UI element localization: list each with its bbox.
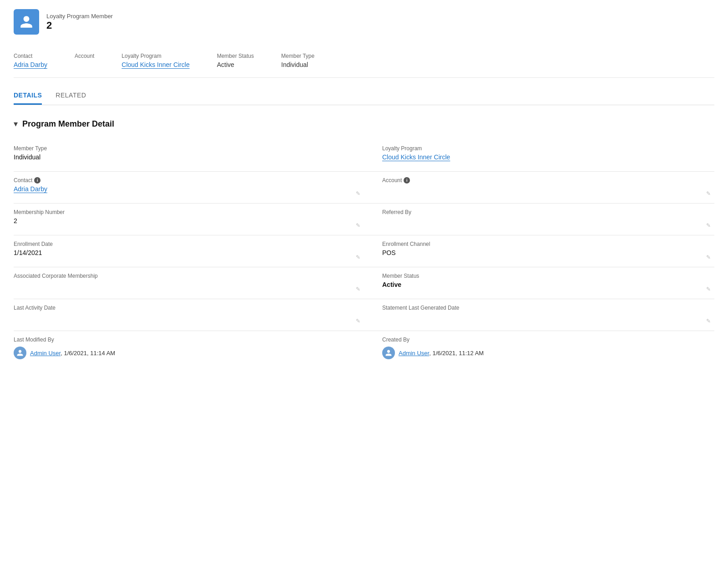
field-value[interactable]: Adria Darby [14, 185, 337, 193]
summary-value: Individual [281, 61, 314, 68]
fields-grid: Member TypeIndividualContactiAdria Darby… [14, 140, 714, 331]
section-chevron-icon[interactable]: ▾ [14, 119, 18, 129]
last-modified-avatar [14, 347, 26, 359]
field-value: Active [382, 281, 701, 288]
meta-row: Last Modified By Admin User, 1/6/2021, 1… [14, 331, 714, 365]
summary-label: Member Type [281, 53, 314, 59]
summary-value[interactable]: Adria Darby [14, 61, 47, 68]
field-label: Enrollment Date [14, 241, 337, 247]
field-item: Member TypeIndividual [14, 140, 364, 172]
last-modified-label: Last Modified By [14, 336, 350, 343]
summary-value[interactable]: Cloud Kicks Inner Circle [121, 61, 189, 68]
field-label: Enrollment Channel [382, 241, 701, 247]
summary-value: Active [217, 61, 254, 68]
info-icon[interactable]: i [34, 177, 40, 184]
summary-item: ContactAdria Darby [14, 53, 47, 68]
last-modified-content: Admin User, 1/6/2021, 11:14 AM [14, 347, 350, 359]
created-by-text: Admin User, 1/6/2021, 11:12 AM [399, 350, 484, 357]
tab-details[interactable]: DETAILS [14, 87, 42, 105]
edit-icon[interactable]: ✎ [356, 190, 360, 197]
record-title: 2 [46, 20, 113, 31]
field-label: Last Activity Date [14, 305, 337, 311]
field-label: Referred By [382, 209, 701, 215]
tabs: DETAILSRELATED [14, 87, 714, 105]
field-label: Contacti [14, 177, 337, 184]
field-item: Membership Number2✎ [14, 204, 364, 235]
field-value[interactable]: Cloud Kicks Inner Circle [382, 153, 701, 161]
field-item: ContactiAdria Darby✎ [14, 172, 364, 204]
last-modified-field: Last Modified By Admin User, 1/6/2021, 1… [14, 331, 364, 365]
field-value: 1/14/2021 [14, 249, 337, 256]
record-subtitle: Loyalty Program Member [46, 13, 113, 20]
edit-icon[interactable]: ✎ [706, 190, 711, 197]
field-label: Loyalty Program [382, 145, 701, 152]
edit-icon[interactable]: ✎ [356, 286, 360, 292]
field-item: Last Activity Date✎ [14, 299, 364, 331]
fields-right-col: Loyalty ProgramCloud Kicks Inner CircleA… [364, 140, 714, 331]
tab-related[interactable]: RELATED [56, 87, 86, 105]
edit-icon[interactable]: ✎ [706, 318, 711, 324]
field-item: Member StatusActive✎ [364, 267, 714, 299]
field-value: POS [382, 249, 701, 256]
summary-label: Member Status [217, 53, 254, 59]
field-label: Accounti [382, 177, 701, 184]
created-by-field: Created By Admin User, 1/6/2021, 11:12 A… [364, 331, 714, 365]
field-item: Enrollment Date1/14/2021✎ [14, 235, 364, 267]
summary-item: Member TypeIndividual [281, 53, 314, 68]
edit-icon[interactable]: ✎ [706, 286, 711, 292]
field-item: Associated Corporate Membership✎ [14, 267, 364, 299]
info-icon[interactable]: i [404, 177, 410, 184]
section-title: Program Member Detail [22, 119, 114, 129]
edit-icon[interactable]: ✎ [356, 222, 360, 229]
summary-label: Contact [14, 53, 47, 59]
summary-label: Loyalty Program [121, 53, 189, 59]
record-type-icon [14, 9, 39, 35]
field-value: Individual [14, 153, 337, 161]
section-header: ▾ Program Member Detail [14, 119, 714, 129]
summary-item: Loyalty ProgramCloud Kicks Inner Circle [121, 53, 189, 68]
last-modified-date: , 1/6/2021, 11:14 AM [61, 350, 115, 357]
record-header: Loyalty Program Member 2 [14, 9, 714, 35]
summary-bar: ContactAdria DarbyAccountLoyalty Program… [14, 48, 714, 78]
field-item: Loyalty ProgramCloud Kicks Inner Circle [364, 140, 714, 172]
field-value: 2 [14, 217, 337, 224]
created-by-content: Admin User, 1/6/2021, 11:12 AM [382, 347, 701, 359]
created-by-label: Created By [382, 336, 701, 343]
field-item: Enrollment ChannelPOS✎ [364, 235, 714, 267]
field-item: Accounti✎ [364, 172, 714, 204]
field-item: Statement Last Generated Date✎ [364, 299, 714, 331]
edit-icon[interactable]: ✎ [706, 222, 711, 229]
fields-left-col: Member TypeIndividualContactiAdria Darby… [14, 140, 364, 331]
field-label: Membership Number [14, 209, 337, 215]
created-by-user-link[interactable]: Admin User [399, 350, 429, 357]
created-by-date: , 1/6/2021, 11:12 AM [429, 350, 484, 357]
field-item: Referred By✎ [364, 204, 714, 235]
edit-icon[interactable]: ✎ [356, 318, 360, 324]
last-modified-text: Admin User, 1/6/2021, 11:14 AM [30, 350, 115, 357]
field-label: Associated Corporate Membership [14, 273, 337, 279]
record-title-block: Loyalty Program Member 2 [46, 13, 113, 31]
summary-item: Account [75, 53, 94, 68]
created-by-avatar [382, 347, 395, 359]
summary-label: Account [75, 53, 94, 59]
field-label: Member Type [14, 145, 337, 152]
last-modified-user-link[interactable]: Admin User [30, 350, 61, 357]
field-label: Member Status [382, 273, 701, 279]
edit-icon[interactable]: ✎ [706, 254, 711, 260]
edit-icon[interactable]: ✎ [356, 254, 360, 260]
summary-item: Member StatusActive [217, 53, 254, 68]
field-label: Statement Last Generated Date [382, 305, 701, 311]
